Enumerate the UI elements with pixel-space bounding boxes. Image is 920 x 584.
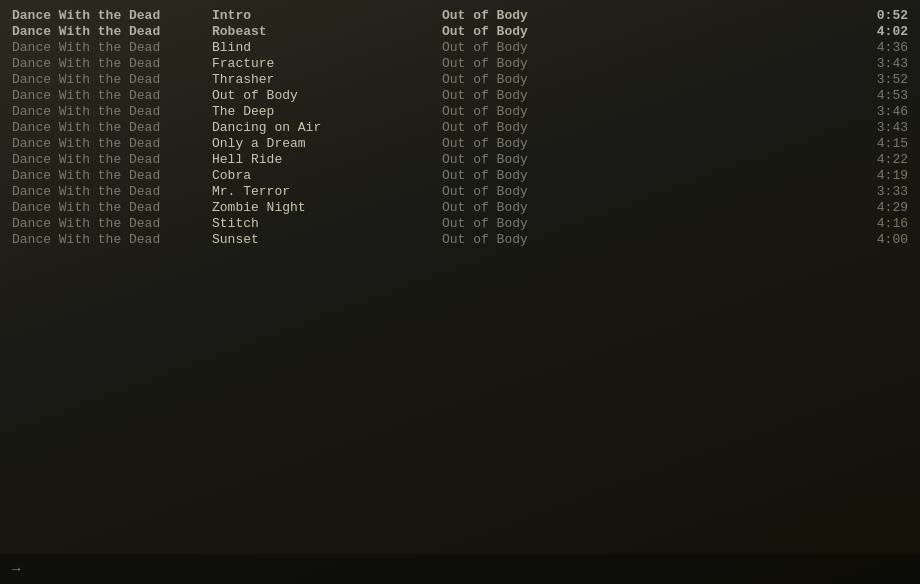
track-title: Zombie Night [212,200,442,216]
track-artist: Dance With the Dead [12,152,212,168]
header-album: Out of Body [442,8,848,24]
table-row[interactable]: Dance With the DeadSunsetOut of Body4:00 [0,232,920,248]
track-duration: 4:15 [848,136,908,152]
track-duration: 3:43 [848,56,908,72]
track-album: Out of Body [442,184,848,200]
track-artist: Dance With the Dead [12,168,212,184]
track-album: Out of Body [442,216,848,232]
track-title: Dancing on Air [212,120,442,136]
table-row[interactable]: Dance With the DeadOut of BodyOut of Bod… [0,88,920,104]
track-title: Only a Dream [212,136,442,152]
track-title: Hell Ride [212,152,442,168]
header-duration: 0:52 [848,8,908,24]
track-title: Robeast [212,24,442,40]
track-duration: 4:16 [848,216,908,232]
track-album: Out of Body [442,232,848,248]
table-row[interactable]: Dance With the DeadRobeastOut of Body4:0… [0,24,920,40]
track-title: Stitch [212,216,442,232]
track-duration: 3:33 [848,184,908,200]
track-artist: Dance With the Dead [12,104,212,120]
track-album: Out of Body [442,200,848,216]
track-title: Out of Body [212,88,442,104]
track-artist: Dance With the Dead [12,40,212,56]
track-artist: Dance With the Dead [12,200,212,216]
track-duration: 3:43 [848,120,908,136]
track-album: Out of Body [442,120,848,136]
track-album: Out of Body [442,40,848,56]
table-row[interactable]: Dance With the DeadStitchOut of Body4:16 [0,216,920,232]
track-title: Thrasher [212,72,442,88]
table-row[interactable]: Dance With the DeadCobraOut of Body4:19 [0,168,920,184]
track-artist: Dance With the Dead [12,56,212,72]
table-header: Dance With the Dead Intro Out of Body 0:… [0,8,920,24]
track-artist: Dance With the Dead [12,232,212,248]
track-artist: Dance With the Dead [12,216,212,232]
track-title: Cobra [212,168,442,184]
track-title: Blind [212,40,442,56]
arrow-icon: → [12,561,20,577]
track-artist: Dance With the Dead [12,88,212,104]
track-artist: Dance With the Dead [12,120,212,136]
track-artist: Dance With the Dead [12,24,212,40]
table-row[interactable]: Dance With the DeadBlindOut of Body4:36 [0,40,920,56]
track-duration: 4:36 [848,40,908,56]
table-row[interactable]: Dance With the DeadDancing on AirOut of … [0,120,920,136]
table-row[interactable]: Dance With the DeadHell RideOut of Body4… [0,152,920,168]
track-duration: 3:52 [848,72,908,88]
track-artist: Dance With the Dead [12,136,212,152]
track-album: Out of Body [442,152,848,168]
track-title: Fracture [212,56,442,72]
table-row[interactable]: Dance With the DeadMr. TerrorOut of Body… [0,184,920,200]
track-duration: 4:02 [848,24,908,40]
table-row[interactable]: Dance With the DeadThrasherOut of Body3:… [0,72,920,88]
track-album: Out of Body [442,88,848,104]
header-artist: Dance With the Dead [12,8,212,24]
track-title: Mr. Terror [212,184,442,200]
track-duration: 4:19 [848,168,908,184]
table-row[interactable]: Dance With the DeadFractureOut of Body3:… [0,56,920,72]
track-album: Out of Body [442,104,848,120]
table-row[interactable]: Dance With the DeadThe DeepOut of Body3:… [0,104,920,120]
track-album: Out of Body [442,168,848,184]
table-row[interactable]: Dance With the DeadOnly a DreamOut of Bo… [0,136,920,152]
track-duration: 4:22 [848,152,908,168]
track-artist: Dance With the Dead [12,184,212,200]
track-duration: 4:53 [848,88,908,104]
track-list: Dance With the Dead Intro Out of Body 0:… [0,0,920,256]
table-row[interactable]: Dance With the DeadZombie NightOut of Bo… [0,200,920,216]
track-duration: 4:00 [848,232,908,248]
bottom-bar: → [0,554,920,584]
track-title: The Deep [212,104,442,120]
track-artist: Dance With the Dead [12,72,212,88]
track-album: Out of Body [442,136,848,152]
track-duration: 3:46 [848,104,908,120]
header-title: Intro [212,8,442,24]
track-duration: 4:29 [848,200,908,216]
track-album: Out of Body [442,24,848,40]
track-album: Out of Body [442,56,848,72]
track-album: Out of Body [442,72,848,88]
track-title: Sunset [212,232,442,248]
